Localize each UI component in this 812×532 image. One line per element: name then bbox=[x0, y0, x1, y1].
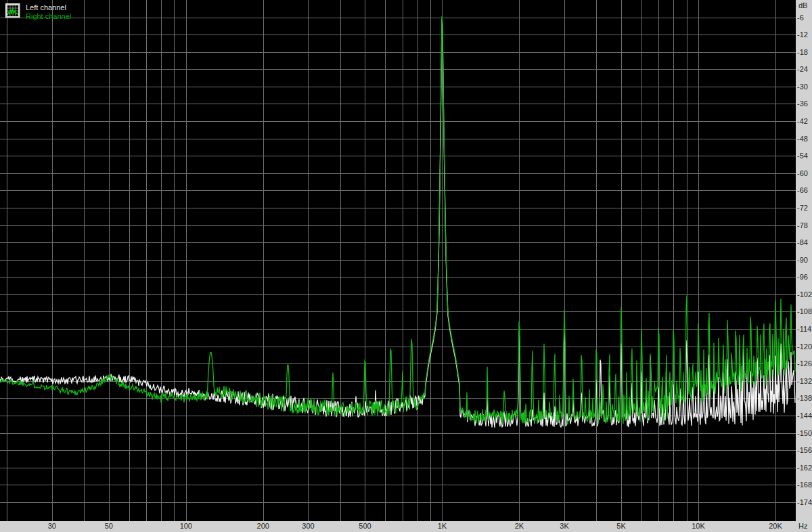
db-tick-label: -114 bbox=[797, 325, 811, 333]
freq-tick-label: 500 bbox=[359, 522, 371, 530]
spectrum-icon bbox=[5, 3, 20, 18]
db-tick-label: -108 bbox=[797, 307, 812, 315]
freq-tick-label: 200 bbox=[257, 522, 269, 530]
db-tick-label: -60 bbox=[797, 169, 808, 177]
db-axis: dB Hz -6-12-18-24-30-36-42-48-54-60-66-7… bbox=[796, 0, 812, 532]
freq-tick-label: 20K bbox=[769, 522, 782, 530]
db-tick-label: -84 bbox=[797, 238, 808, 246]
db-tick-label: -126 bbox=[797, 359, 812, 368]
legend: Left channel Right channel bbox=[5, 3, 71, 21]
freq-tick-label: 50 bbox=[105, 522, 113, 530]
db-tick-label: -18 bbox=[797, 48, 808, 56]
hz-unit-label: Hz bbox=[798, 522, 807, 530]
db-tick-label: -156 bbox=[797, 446, 812, 454]
db-tick-label: -36 bbox=[797, 99, 808, 108]
spectrum-analyzer-window: Left channel Right channel dB Hz -6-12-1… bbox=[0, 0, 812, 532]
legend-left-label: Left channel bbox=[26, 3, 71, 12]
db-tick-label: -90 bbox=[797, 256, 808, 264]
db-tick-label: -48 bbox=[797, 135, 808, 143]
db-tick-label: -138 bbox=[797, 394, 812, 402]
db-tick-label: -54 bbox=[797, 152, 808, 160]
db-tick-label: -66 bbox=[797, 186, 808, 194]
legend-right-label: Right channel bbox=[26, 12, 71, 21]
db-tick-label: -132 bbox=[797, 377, 812, 385]
db-tick-label: -168 bbox=[797, 481, 812, 489]
spectrum-plot[interactable]: Left channel Right channel bbox=[0, 0, 796, 521]
db-tick-label: -150 bbox=[797, 429, 812, 437]
grid bbox=[0, 0, 796, 521]
left-channel-trace bbox=[0, 19, 795, 427]
freq-tick-label: 3K bbox=[560, 522, 568, 530]
frequency-axis: 30501002003005001K2K3K5K10K20K bbox=[0, 521, 796, 532]
db-tick-label: -42 bbox=[797, 117, 808, 125]
freq-tick-label: 100 bbox=[180, 522, 192, 530]
db-tick-label: -102 bbox=[797, 290, 812, 298]
freq-tick-label: 5K bbox=[616, 522, 625, 530]
db-tick-label: -6 bbox=[797, 14, 804, 22]
db-unit-label: dB bbox=[798, 1, 807, 9]
db-tick-label: -72 bbox=[797, 204, 808, 212]
db-tick-label: -162 bbox=[797, 464, 812, 472]
freq-tick-label: 30 bbox=[48, 522, 56, 530]
freq-tick-label: 300 bbox=[302, 522, 314, 530]
db-tick-label: -174 bbox=[797, 498, 812, 506]
db-tick-label: -120 bbox=[797, 342, 812, 351]
freq-tick-label: 2K bbox=[515, 522, 524, 530]
db-tick-label: -96 bbox=[797, 273, 808, 281]
right-channel-trace bbox=[0, 16, 795, 424]
db-tick-label: -78 bbox=[797, 221, 808, 229]
db-tick-label: -12 bbox=[797, 30, 808, 39]
db-tick-label: -144 bbox=[797, 412, 812, 420]
freq-tick-label: 1K bbox=[438, 522, 447, 530]
spectrum-chart-svg bbox=[0, 0, 796, 521]
traces bbox=[0, 16, 795, 428]
db-tick-label: -30 bbox=[797, 83, 808, 91]
db-tick-label: -24 bbox=[797, 65, 808, 73]
freq-tick-label: 10K bbox=[692, 522, 705, 530]
